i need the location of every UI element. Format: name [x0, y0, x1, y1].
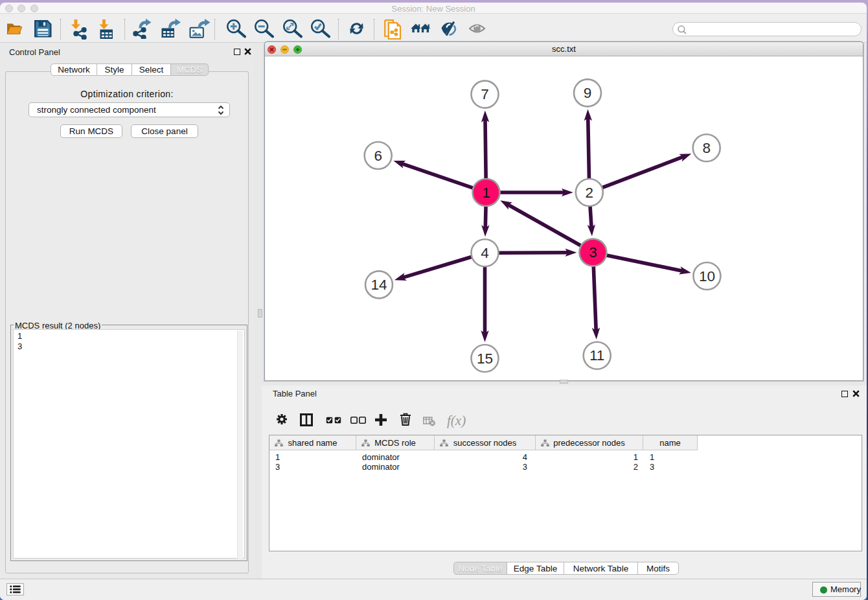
svg-text:4: 4 — [481, 245, 489, 261]
svg-text:10: 10 — [699, 268, 715, 284]
svg-text:7: 7 — [481, 86, 489, 102]
svg-text:2: 2 — [586, 185, 594, 201]
svg-text:11: 11 — [589, 347, 604, 363]
svg-text:15: 15 — [477, 351, 493, 367]
svg-text:3: 3 — [589, 244, 597, 260]
svg-text:8: 8 — [702, 140, 711, 156]
svg-text:6: 6 — [374, 148, 382, 164]
svg-text:14: 14 — [371, 277, 387, 293]
svg-text:9: 9 — [584, 85, 592, 101]
svg-text:1: 1 — [482, 185, 490, 201]
